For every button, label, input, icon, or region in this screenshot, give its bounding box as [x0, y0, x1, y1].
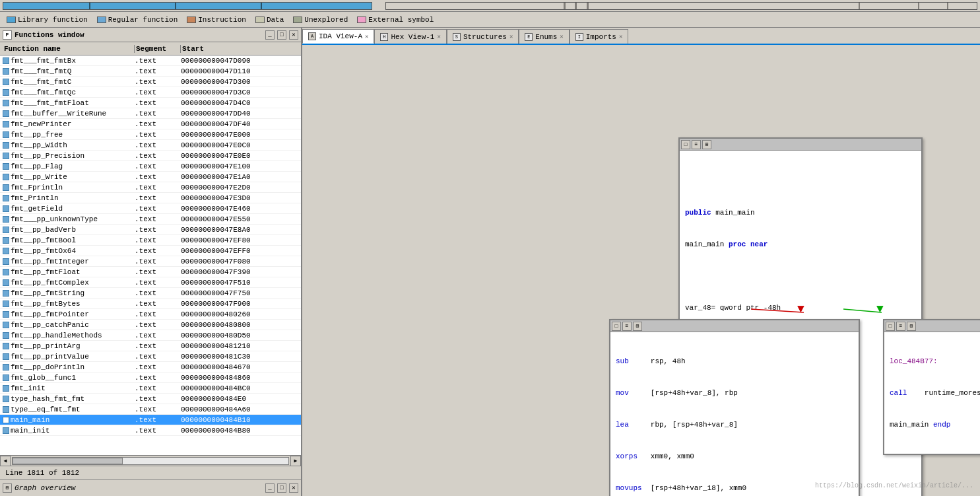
tab-enums[interactable]: E Enums ✕: [519, 29, 569, 44]
col-segment: .text: [135, 427, 181, 435]
tab-imports[interactable]: I Imports ✕: [570, 29, 629, 44]
graph-restore-button[interactable]: □: [277, 483, 286, 493]
functions-window-titlebar: F Functions window _ □ ✕: [0, 28, 301, 42]
table-row[interactable]: fmt___fmt_fmtQ.text000000000047D110: [0, 66, 301, 77]
col-segment: .text: [135, 141, 181, 149]
table-row[interactable]: fmt__buffer__WriteRune.text000000000047D…: [0, 108, 301, 119]
tab-hex-view[interactable]: H Hex View-1 ✕: [374, 29, 446, 44]
table-row[interactable]: fmt__pp_handleMethods.text0000000000480D…: [0, 330, 301, 341]
col-name: fmt__pp_free: [3, 131, 135, 139]
cw-left-btn3[interactable]: ⊞: [633, 322, 642, 331]
table-row[interactable]: fmt__pp_fmtPointer.text0000000000480260: [0, 309, 301, 320]
horizontal-scrollbar[interactable]: ◀ ▶: [0, 455, 301, 466]
table-row[interactable]: fmt__pp_fmtComplex.text000000000047F510: [0, 277, 301, 288]
table-row[interactable]: fmt___fmt_fmtFloat.text000000000047D4C0: [0, 98, 301, 108]
function-icon: [3, 131, 9, 138]
col-name: fmt__pp_printValue: [3, 353, 135, 361]
col-start: 0000000000481C30: [181, 353, 298, 361]
col-segment: .text: [135, 99, 181, 107]
function-icon: [3, 343, 9, 349]
graph-minimize-button[interactable]: _: [265, 483, 275, 493]
restore-button[interactable]: □: [277, 30, 286, 40]
col-start: 0000000000480260: [181, 310, 298, 318]
function-icon: [3, 427, 9, 434]
table-row[interactable]: fmt__pp_catchPanic.text0000000000480800: [0, 320, 301, 330]
cw-top-btn3[interactable]: ⊞: [702, 140, 711, 149]
col-start: 000000000047D090: [181, 57, 298, 65]
table-row[interactable]: type__eq_fmt_fmt.text0000000000484A60: [0, 404, 301, 415]
cw-right-btn1[interactable]: □: [886, 322, 895, 331]
function-icon: [3, 153, 9, 159]
table-row[interactable]: fmt_newPrinter.text000000000047DF40: [0, 119, 301, 129]
table-row[interactable]: fmt__pp_fmtBytes.text000000000047F900: [0, 299, 301, 309]
col-segment: .text: [135, 57, 181, 65]
scroll-right-arrow[interactable]: ▶: [290, 456, 301, 466]
tab-structures[interactable]: S Structures ✕: [447, 29, 519, 44]
col-segment: .text: [135, 89, 181, 96]
table-row[interactable]: fmt__pp_printValue.text0000000000481C30: [0, 351, 301, 362]
col-segment: .text: [135, 131, 181, 139]
cw-top-btn2[interactable]: ≡: [692, 140, 701, 149]
function-icon: [3, 216, 9, 223]
ida-graph-area[interactable]: □ ≡ ⊞ public main_main main_main proc ne…: [302, 45, 980, 496]
table-row[interactable]: fmt__pp_printArg.text0000000000481210: [0, 341, 301, 351]
cw-right-btn2[interactable]: ≡: [896, 322, 905, 331]
cw-left-btn1[interactable]: □: [612, 322, 621, 331]
col-segment: .text: [135, 173, 181, 181]
table-row[interactable]: type_hash_fmt_fmt.text0000000000484E0: [0, 394, 301, 404]
table-row[interactable]: fmt__pp_fmtInteger.text000000000047F080: [0, 256, 301, 267]
table-row[interactable]: fmt_glob__func1.text0000000000484860: [0, 372, 301, 383]
col-segment: .text: [135, 162, 181, 170]
cw-right-btn3[interactable]: ⊞: [907, 322, 916, 331]
col-name: fmt__pp_fmtString: [3, 289, 135, 297]
minimize-button[interactable]: _: [265, 30, 275, 40]
cw-left-btn2[interactable]: ≡: [622, 322, 632, 331]
table-row[interactable]: fmt__pp_Write.text000000000047E1A0: [0, 172, 301, 182]
close-icon[interactable]: ✕: [289, 30, 298, 40]
table-row[interactable]: main_init.text0000000000484B80: [0, 425, 301, 436]
col-name: fmt__pp_Write: [3, 173, 135, 181]
col-segment: .text: [135, 332, 181, 339]
table-row[interactable]: fmt__pp_fmtOx64.text000000000047EFF0: [0, 246, 301, 256]
table-row[interactable]: fmt__pp_Precision.text000000000047E0E0: [0, 151, 301, 161]
cw-top-btn1[interactable]: □: [681, 140, 690, 149]
function-icon: [3, 417, 9, 423]
function-icon: [3, 311, 9, 318]
table-row[interactable]: fmt___fmt_fmtBx.text000000000047D090: [0, 55, 301, 66]
col-segment: .text: [135, 120, 181, 128]
col-segment: .text: [135, 279, 181, 287]
col-name: fmt__pp_handleMethods: [3, 332, 135, 339]
table-row[interactable]: fmt___fmt_fmtC.text000000000047D300: [0, 77, 301, 87]
table-row[interactable]: fmt_Println.text000000000047E3D0: [0, 193, 301, 203]
functions-window: F Functions window _ □ ✕ Function name S…: [0, 28, 302, 496]
col-segment: .text: [135, 416, 181, 424]
col-name: fmt_glob__func1: [3, 374, 135, 382]
table-row[interactable]: fmt_Fprintln.text000000000047E2D0: [0, 182, 301, 193]
table-row[interactable]: main_main.text0000000000484B10: [0, 415, 301, 425]
col-segment: .text: [135, 300, 181, 308]
graph-close-icon[interactable]: ✕: [289, 483, 298, 493]
table-row[interactable]: fmt__pp_fmtString.text000000000047F750: [0, 288, 301, 299]
table-row[interactable]: fmt_getField.text000000000047E460: [0, 203, 301, 214]
table-row[interactable]: fmt__pp_badVerb.text000000000047E8A0: [0, 225, 301, 235]
table-row[interactable]: fmt__pp_fmtBool.text000000000047EF80: [0, 235, 301, 246]
function-icon: [3, 258, 9, 265]
table-row[interactable]: fmt__pp_free.text000000000047E000: [0, 129, 301, 140]
table-row[interactable]: fmt__pp_fmtFloat.text000000000047F390: [0, 267, 301, 277]
ida-view-panel: A IDA View-A ✕ H Hex View-1 ✕ S Structur…: [302, 28, 980, 496]
table-row[interactable]: fmt__pp_Width.text000000000047E0C0: [0, 140, 301, 151]
function-icon: [3, 68, 9, 75]
table-row[interactable]: fmt___pp_unknownType.text000000000047E55…: [0, 214, 301, 225]
col-segment: .text: [135, 406, 181, 413]
table-row[interactable]: fmt__pp_Flag.text000000000047E100: [0, 161, 301, 172]
table-row[interactable]: fmt___fmt_fmtQc.text000000000047D3C0: [0, 87, 301, 98]
tab-ida-view[interactable]: A IDA View-A ✕: [302, 29, 374, 44]
code-window-left: □ ≡ ⊞ sub rsp, 48h mov [rsp+48h+var_8], …: [609, 319, 860, 496]
function-icon: [3, 290, 9, 297]
function-icon: [3, 406, 9, 413]
table-row[interactable]: fmt_init.text0000000000484BC0: [0, 383, 301, 394]
table-row[interactable]: fmt__pp_doPrintln.text0000000000484670: [0, 362, 301, 372]
col-start: 000000000047F750: [181, 289, 298, 297]
functions-table[interactable]: fmt___fmt_fmtBx.text000000000047D090fmt_…: [0, 55, 301, 455]
scroll-left-arrow[interactable]: ◀: [0, 456, 11, 466]
